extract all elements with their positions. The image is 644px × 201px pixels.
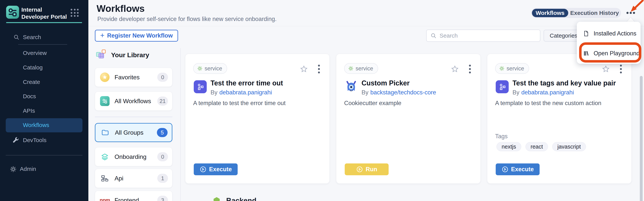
count-badge: 1	[157, 174, 168, 183]
workflow-card: service Custom Picker Bybackstage/techdo…	[336, 54, 480, 184]
next-section-header: Backend	[212, 197, 256, 201]
category-chip: service	[344, 63, 378, 74]
workflow-search	[426, 29, 540, 42]
execute-button[interactable]: Execute	[194, 164, 238, 175]
gear-icon	[10, 166, 17, 173]
workflow-flow-icon	[496, 80, 509, 93]
tab-execution-history[interactable]: Execution History	[570, 9, 620, 17]
npm-icon: npm	[100, 196, 110, 201]
page-title: Workflows	[96, 3, 145, 14]
plus-icon: +	[100, 31, 104, 39]
favorite-star-button[interactable]	[300, 65, 308, 73]
execute-button[interactable]: Execute	[496, 164, 540, 175]
app-logo[interactable]	[6, 6, 19, 19]
count-badge: 5	[157, 128, 168, 137]
tag-chip[interactable]: javascript	[552, 142, 586, 151]
sidebar-search[interactable]: Search	[0, 31, 88, 43]
workflow-flow-icon	[194, 80, 207, 93]
network-icon	[100, 174, 110, 183]
library-item-frontend[interactable]: npm Frontend 3	[95, 191, 172, 201]
favorite-star-button[interactable]	[451, 65, 459, 73]
document-icon	[583, 30, 590, 37]
library-item-onboarding[interactable]: Onboarding 0	[95, 147, 172, 166]
count-badge: 21	[157, 96, 168, 106]
service-gear-icon	[499, 66, 505, 71]
library-item-all-groups[interactable]: All Groups 5	[95, 123, 172, 142]
workflow-description: A template to test the new custom action	[495, 100, 602, 107]
workflow-description: Cookiecutter example	[344, 100, 402, 107]
author-link[interactable]: debabrata.panigrahi	[521, 89, 574, 96]
register-new-workflow-button[interactable]: + Register New Workflow	[95, 30, 178, 41]
sidebar: Internal Developer Portal Search Overvie…	[0, 0, 88, 201]
library-item-api[interactable]: Api 1	[95, 169, 172, 188]
layers-icon	[100, 152, 110, 162]
page-subtitle: Provide developer self-service for flows…	[97, 16, 276, 22]
tags-label: Tags	[495, 133, 508, 140]
app-title: Internal Developer Portal	[22, 6, 69, 20]
play-circle-icon	[356, 166, 363, 173]
sidebar-item-create[interactable]: Create	[0, 76, 88, 88]
favorites-star-icon	[100, 72, 110, 82]
search-icon	[430, 33, 436, 39]
monster-icon	[345, 80, 358, 93]
tag-chip[interactable]: react	[526, 142, 548, 151]
library-cubes-icon	[96, 49, 108, 61]
sidebar-bottom-divider	[6, 155, 82, 155]
library-item-favorites[interactable]: Favorites 0	[95, 68, 172, 87]
apps-grid-icon[interactable]	[70, 9, 79, 17]
sidebar-search-label: Search	[23, 34, 41, 40]
search-icon	[13, 34, 20, 40]
header-divider	[88, 26, 644, 26]
view-toggle: Workflows Execution History	[531, 8, 621, 18]
favorite-star-button[interactable]	[602, 65, 610, 73]
category-chip: service	[193, 63, 227, 74]
library-header: Your Library	[96, 49, 149, 61]
count-badge: 0	[157, 73, 168, 82]
annotation-highlight-ring	[579, 42, 641, 63]
folder-icon	[100, 128, 110, 137]
count-badge: 3	[157, 196, 168, 201]
tag-chip[interactable]: nextjs	[496, 142, 521, 151]
next-section-label: Backend	[226, 197, 256, 201]
sidebar-item-overview[interactable]: Overview	[0, 47, 88, 59]
nodejs-icon	[212, 197, 221, 201]
sidebar-item-admin[interactable]: Admin	[0, 163, 88, 175]
sidebar-item-apis[interactable]: APIs	[0, 105, 88, 117]
sidebar-workflows-label: Workflows	[23, 122, 49, 128]
workflow-title: Test the tags and key value pair	[512, 79, 616, 87]
search-input[interactable]	[439, 32, 531, 39]
sidebar-accent-divider	[6, 22, 82, 23]
annotation-arrow	[627, 0, 644, 14]
vertical-scrollbar[interactable]	[640, 76, 643, 201]
author-link[interactable]: debabrata.panigrahi	[219, 89, 272, 96]
play-circle-icon	[200, 166, 206, 173]
run-button[interactable]: Run	[345, 164, 388, 175]
panel-divider	[180, 48, 181, 201]
sidebar-item-devtools[interactable]: DevTools	[0, 134, 88, 146]
library-divider	[95, 117, 172, 117]
library-item-all-workflows[interactable]: All Workflows 21	[95, 92, 172, 111]
workflow-card: service Test the tags and key value pair…	[487, 54, 632, 184]
workflows-page: Internal Developer Portal Search Overvie…	[0, 0, 644, 201]
sidebar-item-catalog[interactable]: Catalog	[0, 62, 88, 73]
menu-pointer	[627, 17, 635, 22]
card-menu-button[interactable]	[469, 65, 471, 73]
tab-workflows[interactable]: Workflows	[532, 9, 568, 17]
library-title: Your Library	[111, 51, 149, 59]
workflow-card: service Test the error time out Bydebabr…	[185, 54, 330, 184]
card-menu-button[interactable]	[620, 65, 622, 73]
author-link[interactable]: backstage/techdocs-core	[370, 89, 436, 96]
count-badge: 0	[157, 152, 168, 161]
workflow-title: Custom Picker	[362, 79, 410, 87]
workflow-description: A template to test the error time out	[193, 100, 286, 107]
sidebar-item-workflows[interactable]: Workflows	[6, 118, 82, 132]
service-gear-icon	[348, 66, 354, 71]
tags-row: nextjs react javascript	[496, 142, 586, 151]
menu-item-installed-actions[interactable]: Installed Actions	[577, 24, 640, 43]
sidebar-item-docs[interactable]: Docs	[0, 91, 88, 102]
category-chip: service	[495, 63, 529, 74]
play-circle-icon	[502, 166, 508, 173]
workflows-icon	[100, 96, 110, 106]
sidebar-divider	[18, 44, 67, 45]
card-menu-button[interactable]	[318, 65, 320, 73]
